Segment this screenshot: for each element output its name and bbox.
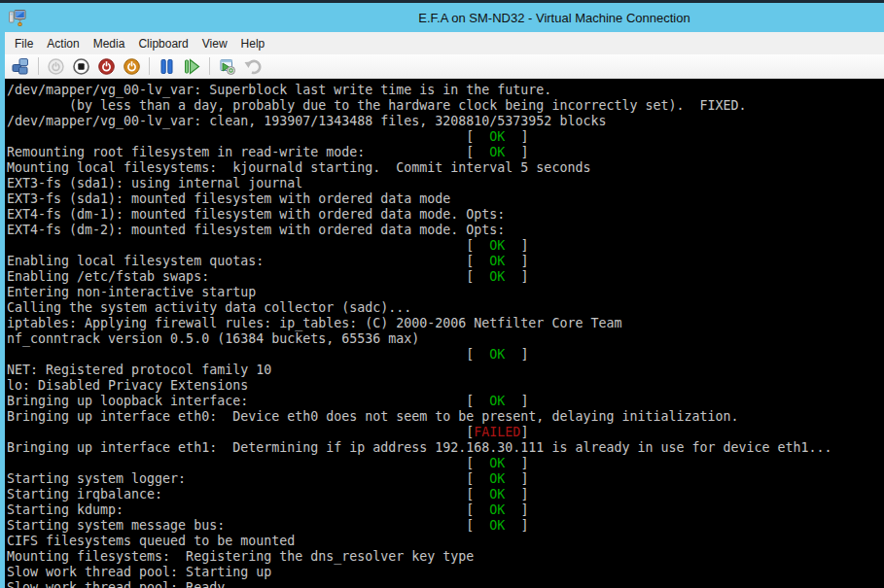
start-button [44, 55, 68, 77]
console-line: Bringing up loopback interface: [ OK ] [7, 394, 884, 409]
console-line: Bringing up interface eth1: Determining … [7, 440, 884, 456]
menu-bar: FileActionMediaClipboardViewHelp [5, 32, 884, 54]
pause-bars-icon [158, 57, 176, 76]
console-output[interactable]: /dev/mapper/vg_00-lv_var: Superblock las… [5, 79, 884, 588]
menu-item-media[interactable]: Media [87, 34, 132, 53]
window-title: E.F.A on SM-ND32 - Virtual Machine Conne… [0, 11, 884, 25]
console-line: Calling the system activity data collect… [7, 300, 884, 316]
titlebar[interactable]: E.F.A on SM-ND32 - Virtual Machine Conne… [0, 3, 884, 32]
console-line: [ OK ] [7, 238, 884, 254]
console-line: Starting system message bus: [ OK ] [7, 518, 884, 534]
keyboard-keys-icon [12, 57, 30, 76]
console-line: [ OK ] [7, 129, 884, 145]
toolbar-separator [38, 57, 39, 75]
console-line: EXT4-fs (dm-2): mounted filesystem with … [7, 223, 884, 238]
console-line: Remounting root filesystem in read-write… [7, 145, 884, 160]
status-ok: OK [474, 471, 520, 486]
green-reset-arrow-icon [183, 57, 201, 76]
checkpoint-button[interactable] [215, 55, 239, 77]
checkpoint-snapshot-icon [218, 57, 236, 76]
vm-connection-window: E.F.A on SM-ND32 - Virtual Machine Conne… [0, 0, 884, 588]
console-line: Slow work thread pool: Ready [7, 580, 884, 588]
status-ok: OK [474, 238, 520, 253]
menu-item-clipboard[interactable]: Clipboard [131, 34, 194, 53]
status-ok: OK [474, 347, 520, 362]
console-line: Starting system logger: [ OK ] [7, 471, 884, 487]
console-line: EXT4-fs (dm-1): mounted filesystem with … [7, 207, 884, 223]
console-line: nf_conntrack version 0.5.0 (16384 bucket… [7, 331, 884, 347]
console-line: NET: Registered protocol family 10 [7, 363, 884, 378]
console-line: Bringing up interface eth0: Device eth0 … [7, 409, 884, 425]
menu-item-action[interactable]: Action [40, 34, 86, 53]
menu-item-help[interactable]: Help [234, 34, 272, 53]
console-line: (by less than a day, probably due to the… [7, 98, 884, 114]
window-body: FileActionMediaClipboardViewHelp [0, 32, 884, 588]
console-line: Starting kdump: [ OK ] [7, 502, 884, 518]
orange-power-icon [123, 57, 141, 76]
console-line: Enabling local filesystem quotas: [ OK ] [7, 254, 884, 269]
red-power-icon [97, 57, 116, 76]
console-line: EXT3-fs (sda1): using internal journal [7, 176, 884, 191]
pause-button[interactable] [155, 55, 179, 77]
status-ok: OK [474, 145, 520, 159]
console-line: [ OK ] [7, 347, 884, 363]
turn-off-button[interactable] [69, 55, 93, 77]
status-failed: FAILED [474, 425, 520, 439]
console-line: /dev/mapper/vg_00-lv_var: Superblock las… [7, 83, 884, 98]
console-line: Starting irqbalance: [ OK ] [7, 487, 884, 502]
reset-button[interactable] [180, 55, 204, 77]
menu-item-view[interactable]: View [195, 34, 234, 53]
toolbar-separator [149, 57, 150, 75]
status-ok: OK [474, 456, 520, 470]
revert-button [240, 55, 265, 77]
status-ok: OK [474, 129, 520, 144]
status-ok: OK [474, 394, 520, 408]
console-line: Mounting local filesystems: kjournald st… [7, 160, 884, 176]
power-on-icon [47, 57, 65, 76]
revert-undo-arrow-icon [243, 57, 262, 76]
console-line: iptables: Applying firewall rules: ip_ta… [7, 316, 884, 331]
console-line: EXT3-fs (sda1): mounted filesystem with … [7, 191, 884, 207]
status-ok: OK [474, 269, 520, 284]
console-line: Mounting filesystems: Registering the dn… [7, 549, 884, 565]
status-ok: OK [474, 502, 520, 517]
shut-down-button[interactable] [94, 55, 119, 77]
stop-square-icon [72, 57, 90, 76]
status-ok: OK [474, 487, 520, 502]
status-ok: OK [474, 254, 520, 268]
status-ok: OK [474, 518, 520, 533]
ctrl-alt-del-button[interactable] [9, 55, 33, 77]
toolbar-separator [209, 57, 210, 75]
menu-item-file[interactable]: File [8, 34, 40, 53]
save-button[interactable] [120, 55, 144, 77]
console-line: /dev/mapper/vg_00-lv_var: clean, 193907/… [7, 114, 884, 129]
console-line: [FAILED] [7, 425, 884, 440]
console-line: lo: Disabled Privacy Extensions [7, 378, 884, 394]
console-line: CIFS filesystems queued to be mounted [7, 534, 884, 549]
toolbar [5, 54, 884, 79]
console-line: [ OK ] [7, 456, 884, 471]
console-line: Slow work thread pool: Starting up [7, 565, 884, 580]
console-line: Enabling /etc/fstab swaps: [ OK ] [7, 269, 884, 285]
console-line: Entering non-interactive startup [7, 285, 884, 300]
